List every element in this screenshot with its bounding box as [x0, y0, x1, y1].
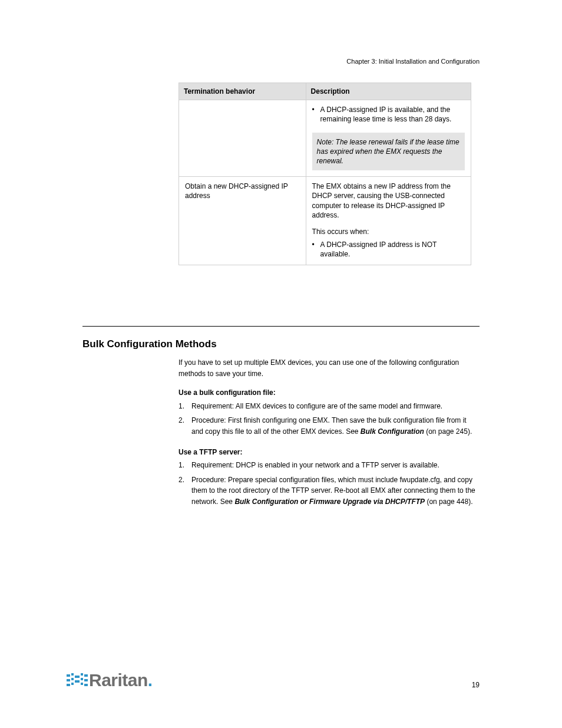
method2-step1: Requirement: DHCP is enabled in your net…: [191, 460, 479, 471]
bullet-icon: •: [312, 240, 320, 259]
svg-rect-10: [81, 678, 83, 680]
svg-rect-1: [67, 679, 70, 681]
brand-dot-icon: .: [148, 670, 153, 690]
svg-rect-13: [75, 680, 80, 683]
table-cell-r1c2: • A DHCP-assigned IP is available, and t…: [306, 100, 471, 177]
table-r2-bullet1: A DHCP-assigned IP address is NOT availa…: [320, 240, 465, 259]
svg-rect-6: [71, 673, 74, 676]
link-bulk-dhcp-tftp[interactable]: Bulk Configuration or Firmware Upgrade v…: [234, 498, 425, 506]
svg-rect-12: [75, 676, 80, 678]
num-2b: 2.: [178, 475, 191, 508]
svg-rect-2: [67, 684, 70, 686]
page-number: 19: [472, 681, 480, 689]
svg-rect-4: [84, 679, 88, 681]
svg-rect-8: [71, 683, 74, 685]
svg-rect-5: [84, 684, 88, 686]
section-title: Bulk Configuration Methods: [82, 338, 217, 350]
body-text: If you have to set up multiple EMX devic…: [178, 357, 479, 511]
method2-step2: Procedure: Prepare special configuration…: [191, 475, 479, 508]
svg-rect-3: [84, 674, 88, 677]
termination-table: Termination behavior Description • A DHC…: [178, 83, 471, 265]
svg-rect-7: [71, 678, 74, 680]
table-r2-p1: The EMX obtains a new IP address from th…: [312, 182, 465, 220]
table-cell-r1c1: [179, 100, 306, 177]
raritan-mark-icon: [67, 672, 88, 689]
method1-step2: Procedure: First finish configuring one …: [191, 415, 479, 437]
num-1b: 1.: [178, 460, 191, 471]
svg-rect-11: [81, 683, 83, 685]
intro-paragraph: If you have to set up multiple EMX devic…: [178, 357, 479, 379]
chapter-header: Chapter 3: Initial Installation and Conf…: [346, 58, 480, 65]
svg-rect-9: [81, 673, 83, 676]
table-cell-r2c1: Obtain a new DHCP-assigned IP address: [179, 177, 306, 265]
table-r1-bullet1: A DHCP-assigned IP is available, and the…: [320, 105, 465, 124]
table-row: Obtain a new DHCP-assigned IP address Th…: [179, 177, 471, 265]
table-r1-note: Note: The lease renewal fails if the lea…: [312, 133, 465, 171]
method2-title: Use a TFTP server:: [178, 447, 479, 458]
table-cell-r2c2: The EMX obtains a new IP address from th…: [306, 177, 471, 265]
table-row: • A DHCP-assigned IP is available, and t…: [179, 100, 471, 177]
section-rule: [82, 326, 480, 327]
method1-title: Use a bulk configuration file:: [178, 387, 479, 398]
link-bulk-configuration[interactable]: Bulk Configuration: [361, 427, 424, 436]
num-2: 2.: [178, 415, 191, 437]
method1-step1: Requirement: All EMX devices to configur…: [191, 401, 479, 412]
table-r2-p2: This occurs when:: [312, 227, 465, 236]
table-header-col2: Description: [306, 83, 471, 100]
table-header-row: Termination behavior Description: [179, 83, 471, 100]
brand-logo: Raritan.: [67, 670, 153, 690]
bullet-icon: •: [312, 105, 320, 124]
num-1: 1.: [178, 401, 191, 412]
table-header-col1: Termination behavior: [179, 83, 306, 100]
svg-rect-0: [67, 674, 70, 677]
brand-name: Raritan: [89, 670, 148, 690]
